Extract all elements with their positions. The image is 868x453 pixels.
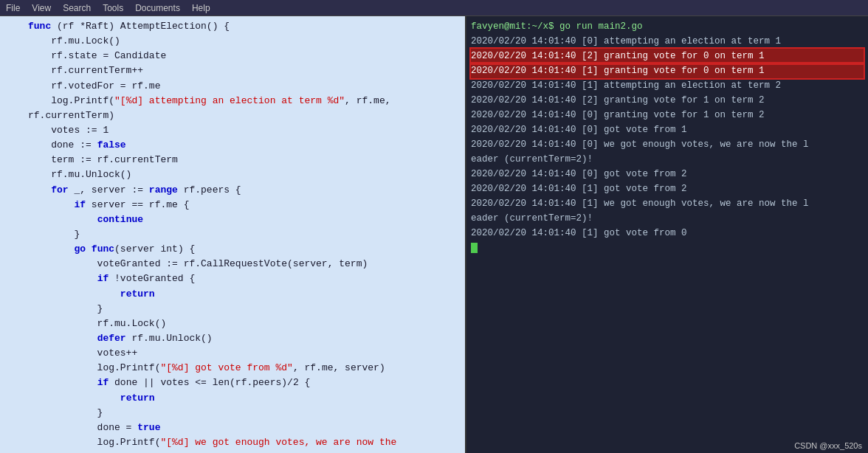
code-line-25: log.Printf("[%d] got vote from %d", rf.m… [6, 361, 459, 376]
terminal-cursor [471, 243, 478, 253]
terminal-cursor-line [471, 241, 864, 255]
code-line-31: leader (currentTerm=%d)!", rf.me, rf.cur… [6, 450, 459, 453]
terminal-panel: favyen@mit:~/x$ go run main2.go 2020/02/… [466, 16, 868, 453]
terminal-cmd-line: favyen@mit:~/x$ go run main2.go [471, 19, 864, 34]
code-line-20: return [6, 287, 459, 302]
code-line-7: log.Printf("[%d] attempting an election … [6, 94, 459, 108]
code-line-11: term := rf.currentTerm [6, 153, 459, 167]
terminal-line-8: eader (currentTerm=2)! [471, 152, 864, 167]
menu-documents[interactable]: Documents [135, 3, 180, 13]
code-panel: func (rf *Raft) AttemptElection() { rf.m… [0, 16, 465, 453]
code-line-22: rf.mu.Lock() [6, 317, 459, 331]
code-line-23: defer rf.mu.Unlock() [6, 331, 459, 346]
terminal-line-5: 2020/02/20 14:01:40 [0] granting vote fo… [471, 108, 864, 122]
code-line-5: rf.currentTerm++ [6, 63, 459, 78]
code-line-26: if done || votes <= len(rf.peers)/2 { [6, 376, 459, 390]
code-line-29: done = true [6, 421, 459, 435]
terminal-line-4: 2020/02/20 14:01:40 [2] granting vote fo… [471, 93, 864, 108]
code-line-12: rf.mu.Unlock() [6, 167, 459, 182]
terminal-line-7: 2020/02/20 14:01:40 [0] we got enough vo… [471, 137, 864, 152]
code-content: func (rf *Raft) AttemptElection() { rf.m… [0, 16, 465, 453]
code-line-30: log.Printf("[%d] we got enough votes, we… [6, 435, 459, 450]
code-line-27: return [6, 391, 459, 406]
terminal-line-0: 2020/02/20 14:01:40 [0] attempting an el… [471, 34, 864, 49]
code-line-4: rf.state = Candidate [6, 49, 459, 63]
main-content: func (rf *Raft) AttemptElection() { rf.m… [0, 16, 868, 453]
code-line-8: rf.currentTerm) [6, 108, 459, 123]
code-line-18: voteGranted := rf.CallRequestVote(server… [6, 257, 459, 272]
code-line-14: if server == rf.me { [6, 198, 459, 212]
code-line-16: } [6, 227, 459, 242]
terminal-line-1: 2020/02/20 14:01:40 [2] granting vote fo… [471, 49, 864, 63]
code-line-21: } [6, 302, 459, 317]
menu-help[interactable]: Help [192, 3, 210, 13]
terminal-content: favyen@mit:~/x$ go run main2.go 2020/02/… [466, 16, 868, 453]
code-line-13: for _, server := range rf.peers { [6, 183, 459, 198]
code-line-10: done := false [6, 138, 459, 153]
code-line-28: } [6, 406, 459, 421]
code-line-17: go func(server int) { [6, 242, 459, 257]
terminal-line-2: 2020/02/20 14:01:40 [1] granting vote fo… [471, 63, 864, 78]
terminal-line-12: eader (currentTerm=2)! [471, 211, 864, 226]
terminal-line-10: 2020/02/20 14:01:40 [1] got vote from 2 [471, 181, 864, 196]
code-line-2: func (rf *Raft) AttemptElection() { [6, 19, 459, 34]
terminal-line-13: 2020/02/20 14:01:40 [1] got vote from 0 [471, 226, 864, 241]
menu-file[interactable]: File [6, 3, 20, 13]
menu-view[interactable]: View [32, 3, 51, 13]
code-line-24: votes++ [6, 346, 459, 361]
terminal-line-6: 2020/02/20 14:01:40 [0] got vote from 1 [471, 122, 864, 137]
watermark: CSDN @xxx_520s [794, 441, 862, 450]
terminal-line-9: 2020/02/20 14:01:40 [0] got vote from 2 [471, 167, 864, 181]
terminal-line-11: 2020/02/20 14:01:40 [1] we got enough vo… [471, 196, 864, 211]
code-line-9: votes := 1 [6, 123, 459, 138]
menu-search[interactable]: Search [63, 3, 91, 13]
menu-bar: File View Search Tools Documents Help [0, 0, 868, 16]
code-line-15: continue [6, 212, 459, 227]
terminal-line-3: 2020/02/20 14:01:40 [1] attempting an el… [471, 78, 864, 93]
code-line-19: if !voteGranted { [6, 272, 459, 286]
code-line-3: rf.mu.Lock() [6, 34, 459, 49]
menu-tools[interactable]: Tools [103, 3, 123, 13]
code-line-6: rf.votedFor = rf.me [6, 79, 459, 94]
